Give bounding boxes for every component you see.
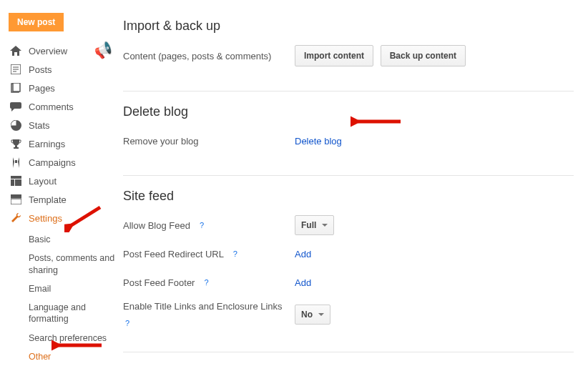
sidebar-item-template[interactable]: Template xyxy=(9,190,122,209)
allow-feed-dropdown[interactable]: Full xyxy=(295,215,334,235)
help-icon[interactable]: ? xyxy=(197,221,206,229)
home-icon xyxy=(9,44,23,57)
sidebar-item-stats[interactable]: Stats xyxy=(9,116,122,134)
svg-rect-6 xyxy=(11,176,21,179)
footer-add-link[interactable]: Add xyxy=(295,277,311,288)
allow-feed-value: Full xyxy=(301,220,316,230)
sidebar-item-label: Comments xyxy=(29,102,74,112)
enclosure-dropdown[interactable]: No xyxy=(295,305,330,325)
subnav-other[interactable]: Other xyxy=(29,347,122,366)
sidebar-item-label: Layout xyxy=(29,176,57,187)
enclosure-value: No xyxy=(301,310,313,320)
layout-icon xyxy=(9,174,23,187)
sidebar-item-overview[interactable]: Overview 📢 xyxy=(9,41,122,60)
sidebar: New post Overview 📢 Posts Pages Comments… xyxy=(0,0,122,366)
svg-rect-10 xyxy=(11,199,21,204)
trophy-icon xyxy=(9,137,23,150)
import-desc: Content (pages, posts & comments) xyxy=(123,51,295,61)
sidebar-item-label: Settings xyxy=(29,213,62,224)
help-icon[interactable]: ? xyxy=(202,278,210,287)
sitefeed-heading: Site feed xyxy=(123,189,574,204)
redirect-add-link[interactable]: Add xyxy=(295,249,311,259)
enclosure-label: Enable Title Links and Enclosure Links xyxy=(123,301,283,312)
sidebar-item-label: Stats xyxy=(29,120,50,131)
help-icon[interactable]: ? xyxy=(123,319,132,327)
sidebar-item-comments[interactable]: Comments xyxy=(9,97,122,116)
redirect-label: Post Feed Redirect URL xyxy=(123,249,224,259)
section-sitefeed: Site feed Allow Blog Feed ? Full Post Fe… xyxy=(123,176,574,352)
help-icon[interactable]: ? xyxy=(231,249,240,258)
sidebar-item-label: Posts xyxy=(29,64,52,75)
subnav-posts-comments[interactable]: Posts, comments and sharing xyxy=(29,249,122,280)
subnav-email[interactable]: Email xyxy=(29,280,122,298)
settings-subnav: Basic Posts, comments and sharing Email … xyxy=(9,230,122,366)
delete-desc: Remove your blog xyxy=(123,136,295,147)
sidebar-item-label: Pages xyxy=(29,83,55,94)
template-icon xyxy=(9,193,23,206)
section-import: Import & back up Content (pages, posts &… xyxy=(123,14,574,92)
sidebar-item-layout[interactable]: Layout xyxy=(9,172,122,190)
svg-rect-5 xyxy=(13,83,20,92)
posts-icon xyxy=(9,63,23,76)
import-content-button[interactable]: Import content xyxy=(295,45,373,66)
subnav-language[interactable]: Language and formatting xyxy=(29,298,122,329)
backup-content-button[interactable]: Back up content xyxy=(381,45,466,66)
wrench-icon xyxy=(9,212,23,224)
sidebar-item-pages[interactable]: Pages xyxy=(9,79,122,97)
chevron-down-icon xyxy=(318,313,324,316)
svg-rect-7 xyxy=(11,179,14,186)
sidebar-item-posts[interactable]: Posts xyxy=(9,60,122,79)
sidebar-item-earnings[interactable]: Earnings xyxy=(9,134,122,153)
allow-feed-label: Allow Blog Feed xyxy=(123,220,190,231)
campaigns-icon xyxy=(9,156,23,169)
sidebar-item-label: Overview xyxy=(29,46,67,56)
svg-rect-8 xyxy=(15,179,21,186)
chevron-down-icon xyxy=(322,224,328,227)
pages-icon xyxy=(9,81,23,94)
main-content: Import & back up Content (pages, posts &… xyxy=(123,0,588,366)
sidebar-item-campaigns[interactable]: Campaigns xyxy=(9,153,122,172)
section-delete: Delete blog Remove your blog Delete blog xyxy=(123,92,574,176)
subnav-search-preferences[interactable]: Search preferences xyxy=(29,329,122,347)
delete-blog-link[interactable]: Delete blog xyxy=(295,136,342,147)
import-heading: Import & back up xyxy=(123,19,574,34)
footer-label: Post Feed Footer xyxy=(123,277,195,288)
megaphone-icon: 📢 xyxy=(92,39,115,61)
sidebar-item-label: Template xyxy=(29,194,67,205)
delete-heading: Delete blog xyxy=(123,104,574,119)
new-post-button[interactable]: New post xyxy=(9,13,64,31)
sidebar-item-label: Earnings xyxy=(29,139,65,149)
sidebar-item-settings[interactable]: Settings xyxy=(9,209,122,227)
svg-rect-9 xyxy=(11,194,21,198)
stats-icon xyxy=(9,119,23,132)
section-openid: OpenID Your OpenID URL ? http://ammarweb… xyxy=(123,352,574,366)
sidebar-item-label: Campaigns xyxy=(29,157,76,168)
subnav-basic[interactable]: Basic xyxy=(29,230,122,249)
comments-icon xyxy=(9,100,23,113)
